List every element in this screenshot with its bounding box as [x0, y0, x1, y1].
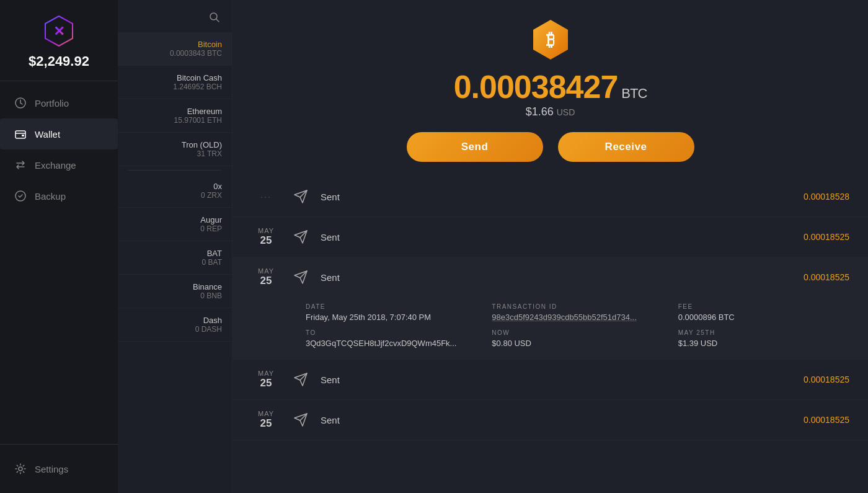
transaction-item-4: MAY 25 Sent 0.00018525 [232, 360, 868, 400]
settings-label: Settings [35, 464, 68, 474]
tx-amount-5: 0.00018525 [804, 415, 849, 425]
tx-type-icon-3 [290, 266, 312, 288]
coin-list: Bitcoin 0.0003843 BTC Bitcoin Cash 1.246… [118, 0, 232, 493]
sidebar-logo-area: ✕ $2,249.92 [0, 0, 118, 81]
coin-symbol: BTC [621, 87, 647, 100]
transaction-row-1[interactable]: ··· Sent 0.00018528 [232, 177, 868, 216]
tx-amount-4: 0.00018525 [804, 375, 849, 384]
balance-btc-value: 0.00038427 [454, 71, 618, 103]
tx-date-1: ··· [251, 192, 281, 202]
tx-date-dots-1: ··· [251, 192, 281, 202]
tx-amount-1: 0.00018528 [804, 192, 849, 202]
action-buttons: Send Receive [407, 132, 694, 162]
tx-month-3: MAY [251, 267, 281, 275]
balance-usd-label: USD [557, 107, 575, 117]
exchange-icon [14, 158, 27, 172]
balance-usd-value: $1.66 [526, 105, 554, 118]
sidebar-item-exchange[interactable]: Exchange [0, 149, 118, 180]
tx-amount-3: 0.00018525 [804, 272, 849, 282]
coin-list-header [118, 0, 232, 32]
tx-txid-value[interactable]: 98e3cd5f9243d939cdb55bb52f51d734... [492, 313, 663, 322]
coin-item-0x[interactable]: 0x 0 ZRX [118, 174, 232, 208]
sidebar: ✕ $2,249.92 Portfolio Wallet [0, 0, 118, 493]
sidebar-item-portfolio[interactable]: Portfolio [0, 87, 118, 118]
tx-detail-to: TO 3Qd3GqTCQSEH8tJjf2cvxD9QWm45Fk... [306, 329, 477, 348]
tx-type-icon-5 [290, 409, 312, 431]
tx-month-2: MAY [251, 227, 281, 234]
tx-detail-txid: TRANSACTION ID 98e3cd5f9243d939cdb55bb52… [492, 303, 663, 322]
transaction-row-5[interactable]: MAY 25 Sent 0.00018525 [232, 400, 868, 440]
tx-now-value: $0.80 USD [492, 339, 663, 348]
transaction-row-3[interactable]: MAY 25 Sent 0.00018525 [232, 257, 868, 297]
coin-name-augur: Augur [128, 215, 222, 224]
tx-type-icon-4 [290, 368, 312, 391]
tx-txid-label: TRANSACTION ID [492, 303, 663, 310]
wallet-icon [14, 127, 27, 141]
settings-icon [14, 462, 27, 476]
coin-balance-usd-row: $1.66 USD [526, 105, 575, 118]
tx-amount-2: 0.00018525 [804, 232, 849, 242]
send-button[interactable]: Send [407, 132, 543, 162]
transaction-row-4[interactable]: MAY 25 Sent 0.00018525 [232, 360, 868, 399]
wallet-label: Wallet [35, 129, 60, 140]
coin-name-tron: Tron (OLD) [128, 140, 222, 149]
main-content: ₿ 0.00038427 BTC $1.66 USD Send Receive … [232, 0, 868, 493]
coin-header: ₿ 0.00038427 BTC $1.66 USD Send Receive [232, 0, 868, 177]
coin-item-augur[interactable]: Augur 0 REP [118, 208, 232, 241]
sidebar-item-wallet[interactable]: Wallet [0, 118, 118, 149]
sidebar-total-balance: $2,249.92 [29, 53, 89, 69]
tx-fee-label: FEE [678, 303, 849, 310]
coin-item-bat[interactable]: BAT 0 BAT [118, 241, 232, 275]
coin-item-dash[interactable]: Dash 0 DASH [118, 308, 232, 342]
coin-item-bitcoin[interactable]: Bitcoin 0.0003843 BTC [118, 32, 232, 66]
tx-label-5: Sent [321, 415, 804, 425]
coin-item-bitcoin-cash[interactable]: Bitcoin Cash 1.246952 BCH [118, 66, 232, 99]
tx-day-5: 25 [251, 417, 281, 430]
coin-amount-binance: 0 BNB [128, 291, 222, 300]
backup-label: Backup [35, 191, 66, 202]
receive-button[interactable]: Receive [558, 132, 694, 162]
tx-label-4: Sent [321, 375, 804, 385]
tx-day-2: 25 [251, 234, 281, 247]
sidebar-item-settings[interactable]: Settings [0, 453, 118, 484]
sidebar-nav: Portfolio Wallet Exchange [0, 81, 118, 444]
transaction-item-2: MAY 25 Sent 0.00018525 [232, 217, 868, 257]
coin-item-ethereum[interactable]: Ethereum 15.97001 ETH [118, 99, 232, 133]
coin-balance-btc-row: 0.00038427 BTC [454, 71, 647, 103]
tx-may25-value: $1.39 USD [678, 339, 849, 348]
portfolio-icon [14, 96, 27, 110]
tx-day-4: 25 [251, 377, 281, 389]
coin-amount-dash: 0 DASH [128, 325, 222, 334]
coin-name-bitcoin: Bitcoin [128, 40, 222, 49]
coin-item-tron[interactable]: Tron (OLD) 31 TRX [118, 133, 232, 166]
transaction-row-2[interactable]: MAY 25 Sent 0.00018525 [232, 217, 868, 257]
coin-amount-tron: 31 TRX [128, 149, 222, 158]
svg-point-6 [19, 467, 22, 471]
tx-detail-fee: FEE 0.0000896 BTC [678, 303, 849, 322]
coin-item-binance[interactable]: Binance 0 BNB [118, 275, 232, 308]
tx-date-3: MAY 25 [251, 267, 281, 287]
coin-name-bitcoin-cash: Bitcoin Cash [128, 73, 222, 82]
coin-amount-bitcoin: 0.0003843 BTC [128, 49, 222, 58]
search-button[interactable] [206, 9, 223, 26]
tx-label-3: Sent [321, 272, 804, 283]
coin-list-divider [128, 170, 222, 171]
svg-text:✕: ✕ [53, 24, 64, 39]
transaction-list: ··· Sent 0.00018528 MAY 25 [232, 177, 868, 493]
backup-icon [14, 189, 27, 203]
tx-day-3: 25 [251, 275, 281, 287]
coin-amount-0x: 0 ZRX [128, 191, 222, 200]
tx-date-value: Friday, May 25th 2018, 7:07:40 PM [306, 313, 477, 322]
exchange-label: Exchange [35, 160, 76, 171]
tx-type-icon-1 [290, 185, 312, 208]
tx-detail-may25: MAY 25TH $1.39 USD [678, 329, 849, 348]
coin-name-dash: Dash [128, 316, 222, 325]
sidebar-footer: Settings [0, 444, 118, 493]
coin-amount-augur: 0 REP [128, 224, 222, 233]
coin-name-ethereum: Ethereum [128, 107, 222, 116]
coin-amount-ethereum: 15.97001 ETH [128, 116, 222, 125]
svg-text:₿: ₿ [546, 30, 555, 50]
sidebar-item-backup[interactable]: Backup [0, 180, 118, 211]
transaction-item-1: ··· Sent 0.00018528 [232, 177, 868, 217]
svg-rect-3 [16, 131, 25, 138]
